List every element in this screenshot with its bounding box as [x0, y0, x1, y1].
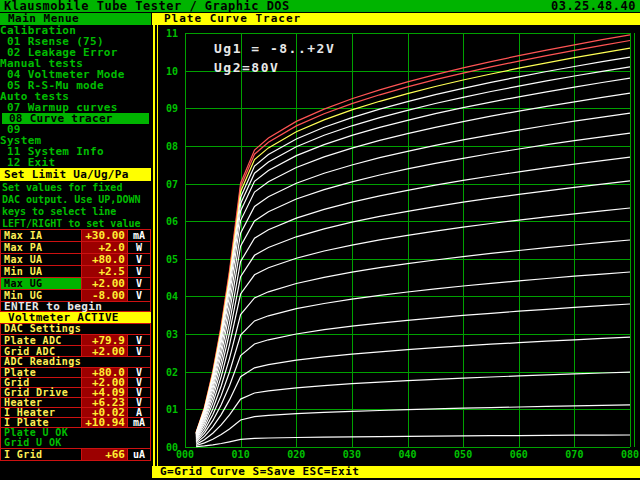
x-tick-000: 000 — [176, 449, 194, 460]
plate-curve-ug1--1.5v — [196, 113, 630, 435]
y-tick-09: 09 — [166, 103, 178, 114]
y-tick-11: 11 — [166, 28, 178, 39]
y-tick-07: 07 — [166, 179, 178, 190]
plate-curve-ug1--6.5v — [196, 405, 630, 446]
annotation-line-0: Ug1 = -8..+2V — [214, 41, 335, 56]
y-tick-10: 10 — [166, 66, 178, 77]
app-screen: Klausmobile Tube Tester / Graphic DOS 03… — [0, 0, 640, 480]
plate-curve-ug1--2.0v — [196, 133, 630, 436]
x-tick-010: 010 — [232, 449, 250, 460]
plate-curve-ug1--3.0v — [196, 181, 630, 438]
x-tick-030: 030 — [343, 449, 361, 460]
x-tick-040: 040 — [398, 449, 416, 460]
y-tick-02: 02 — [166, 367, 178, 378]
plate-curves-plot: 0000100200300400500600700800001020304050… — [0, 0, 640, 480]
x-tick-050: 050 — [454, 449, 472, 460]
x-tick-060: 060 — [510, 449, 528, 460]
x-tick-070: 070 — [565, 449, 583, 460]
y-tick-00: 00 — [166, 442, 178, 453]
plate-curve-ug1-0.0v — [196, 67, 630, 434]
plate-curve-ug1--6.0v — [196, 372, 630, 444]
plate-curve-ug1--5.5v — [196, 337, 630, 443]
y-tick-06: 06 — [166, 216, 178, 227]
x-tick-080: 080 — [621, 449, 639, 460]
plate-curve-ug1--3.5v — [196, 208, 630, 439]
y-tick-05: 05 — [166, 254, 178, 265]
plate-curve-ug1-+1.0v — [196, 48, 630, 433]
annotation-line-1: Ug2=80V — [214, 60, 279, 75]
y-tick-03: 03 — [166, 329, 178, 340]
x-tick-020: 020 — [287, 449, 305, 460]
y-tick-08: 08 — [166, 141, 178, 152]
y-tick-01: 01 — [166, 404, 178, 415]
y-tick-04: 04 — [166, 291, 178, 302]
plate-curve-ug1--7.0v — [196, 435, 630, 447]
plate-curve-ug1-+0.5v — [196, 57, 630, 433]
